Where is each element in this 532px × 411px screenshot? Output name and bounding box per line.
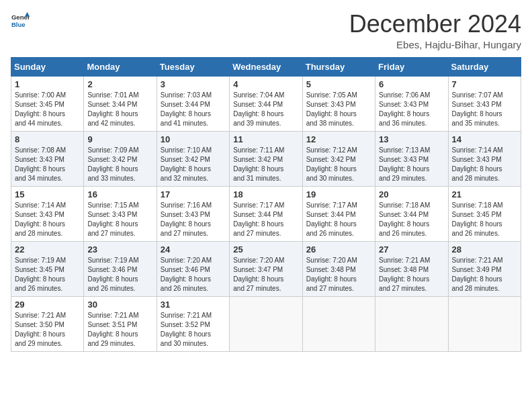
day-number: 17 (161, 189, 226, 199)
calendar-cell: 17Sunrise: 7:16 AM Sunset: 3:43 PM Dayli… (157, 186, 229, 241)
day-header-saturday: Saturday (448, 57, 521, 76)
calendar-header-row: SundayMondayTuesdayWednesdayThursdayFrid… (11, 57, 521, 76)
calendar-cell: 5Sunrise: 7:05 AM Sunset: 3:43 PM Daylig… (302, 76, 375, 131)
cell-sun-info: Sunrise: 7:12 AM Sunset: 3:42 PM Dayligh… (306, 146, 371, 183)
day-number: 12 (306, 134, 371, 144)
calendar-cell: 31Sunrise: 7:21 AM Sunset: 3:52 PM Dayli… (157, 296, 229, 351)
calendar-cell: 7Sunrise: 7:07 AM Sunset: 3:43 PM Daylig… (448, 76, 521, 131)
day-number: 15 (15, 189, 80, 199)
calendar-cell: 25Sunrise: 7:20 AM Sunset: 3:47 PM Dayli… (230, 241, 302, 296)
calendar-week-2: 8Sunrise: 7:08 AM Sunset: 3:43 PM Daylig… (11, 131, 521, 186)
day-header-wednesday: Wednesday (230, 57, 302, 76)
calendar-cell: 18Sunrise: 7:17 AM Sunset: 3:44 PM Dayli… (230, 186, 302, 241)
day-number: 10 (161, 134, 226, 144)
calendar-cell: 27Sunrise: 7:21 AM Sunset: 3:48 PM Dayli… (375, 241, 448, 296)
logo: General Blue (11, 11, 30, 30)
month-year: December 2024 (349, 11, 521, 38)
day-number: 7 (452, 79, 517, 89)
calendar-cell: 20Sunrise: 7:18 AM Sunset: 3:44 PM Dayli… (375, 186, 448, 241)
calendar-cell: 2Sunrise: 7:01 AM Sunset: 3:44 PM Daylig… (84, 76, 157, 131)
day-number: 14 (452, 134, 517, 144)
day-number: 9 (87, 134, 152, 144)
day-number: 30 (87, 300, 152, 310)
cell-sun-info: Sunrise: 7:07 AM Sunset: 3:43 PM Dayligh… (452, 91, 517, 128)
day-number: 24 (161, 244, 226, 255)
cell-sun-info: Sunrise: 7:14 AM Sunset: 3:43 PM Dayligh… (15, 201, 80, 238)
day-number: 3 (161, 79, 226, 89)
calendar-week-3: 15Sunrise: 7:14 AM Sunset: 3:43 PM Dayli… (11, 186, 521, 241)
day-number: 5 (306, 79, 371, 89)
cell-sun-info: Sunrise: 7:21 AM Sunset: 3:49 PM Dayligh… (452, 256, 517, 293)
cell-sun-info: Sunrise: 7:15 AM Sunset: 3:43 PM Dayligh… (87, 201, 152, 238)
calendar-cell: 13Sunrise: 7:13 AM Sunset: 3:43 PM Dayli… (375, 131, 448, 186)
day-number: 23 (87, 244, 152, 255)
calendar-cell: 10Sunrise: 7:10 AM Sunset: 3:42 PM Dayli… (157, 131, 229, 186)
calendar-cell: 4Sunrise: 7:04 AM Sunset: 3:44 PM Daylig… (230, 76, 302, 131)
calendar-cell: 30Sunrise: 7:21 AM Sunset: 3:51 PM Dayli… (84, 296, 157, 351)
cell-sun-info: Sunrise: 7:05 AM Sunset: 3:43 PM Dayligh… (306, 91, 371, 128)
calendar-cell: 12Sunrise: 7:12 AM Sunset: 3:42 PM Dayli… (302, 131, 375, 186)
logo-icon: General Blue (11, 11, 30, 30)
cell-sun-info: Sunrise: 7:21 AM Sunset: 3:48 PM Dayligh… (379, 256, 444, 293)
cell-sun-info: Sunrise: 7:06 AM Sunset: 3:43 PM Dayligh… (379, 91, 444, 128)
day-number: 29 (15, 300, 80, 310)
calendar-cell: 16Sunrise: 7:15 AM Sunset: 3:43 PM Dayli… (84, 186, 157, 241)
calendar-cell (448, 296, 521, 351)
calendar-cell: 19Sunrise: 7:17 AM Sunset: 3:44 PM Dayli… (302, 186, 375, 241)
day-number: 25 (233, 244, 298, 255)
title-block: December 2024 Ebes, Hajdu-Bihar, Hungary (349, 11, 521, 50)
cell-sun-info: Sunrise: 7:09 AM Sunset: 3:42 PM Dayligh… (87, 146, 152, 183)
calendar-cell: 24Sunrise: 7:20 AM Sunset: 3:46 PM Dayli… (157, 241, 229, 296)
cell-sun-info: Sunrise: 7:01 AM Sunset: 3:44 PM Dayligh… (87, 91, 152, 128)
calendar-cell (375, 296, 448, 351)
cell-sun-info: Sunrise: 7:17 AM Sunset: 3:44 PM Dayligh… (233, 201, 298, 238)
day-number: 21 (452, 189, 517, 199)
day-header-thursday: Thursday (302, 57, 375, 76)
location: Ebes, Hajdu-Bihar, Hungary (349, 39, 521, 50)
calendar-cell (302, 296, 375, 351)
day-number: 26 (306, 244, 371, 255)
day-number: 6 (379, 79, 444, 89)
cell-sun-info: Sunrise: 7:00 AM Sunset: 3:45 PM Dayligh… (15, 91, 80, 128)
cell-sun-info: Sunrise: 7:21 AM Sunset: 3:50 PM Dayligh… (15, 311, 80, 349)
calendar-cell: 3Sunrise: 7:03 AM Sunset: 3:44 PM Daylig… (157, 76, 229, 131)
day-number: 20 (379, 189, 444, 199)
day-number: 8 (15, 134, 80, 144)
calendar-cell: 26Sunrise: 7:20 AM Sunset: 3:48 PM Dayli… (302, 241, 375, 296)
calendar-cell: 1Sunrise: 7:00 AM Sunset: 3:45 PM Daylig… (11, 76, 84, 131)
day-number: 1 (15, 79, 80, 89)
cell-sun-info: Sunrise: 7:20 AM Sunset: 3:48 PM Dayligh… (306, 256, 371, 293)
cell-sun-info: Sunrise: 7:03 AM Sunset: 3:44 PM Dayligh… (161, 91, 226, 128)
day-header-tuesday: Tuesday (157, 57, 229, 76)
cell-sun-info: Sunrise: 7:18 AM Sunset: 3:44 PM Dayligh… (379, 201, 444, 238)
svg-text:Blue: Blue (11, 21, 26, 28)
calendar-cell: 22Sunrise: 7:19 AM Sunset: 3:45 PM Dayli… (11, 241, 84, 296)
calendar-cell: 8Sunrise: 7:08 AM Sunset: 3:43 PM Daylig… (11, 131, 84, 186)
day-header-friday: Friday (375, 57, 448, 76)
day-number: 2 (87, 79, 152, 89)
cell-sun-info: Sunrise: 7:14 AM Sunset: 3:43 PM Dayligh… (452, 146, 517, 183)
calendar-week-1: 1Sunrise: 7:00 AM Sunset: 3:45 PM Daylig… (11, 76, 521, 131)
cell-sun-info: Sunrise: 7:21 AM Sunset: 3:52 PM Dayligh… (161, 311, 226, 349)
calendar-cell: 14Sunrise: 7:14 AM Sunset: 3:43 PM Dayli… (448, 131, 521, 186)
cell-sun-info: Sunrise: 7:19 AM Sunset: 3:46 PM Dayligh… (87, 256, 152, 293)
cell-sun-info: Sunrise: 7:20 AM Sunset: 3:47 PM Dayligh… (233, 256, 298, 293)
cell-sun-info: Sunrise: 7:20 AM Sunset: 3:46 PM Dayligh… (161, 256, 226, 293)
day-number: 28 (452, 244, 517, 255)
day-number: 22 (15, 244, 80, 255)
page-header: General Blue December 2024 Ebes, Hajdu-B… (11, 11, 521, 50)
day-number: 13 (379, 134, 444, 144)
cell-sun-info: Sunrise: 7:16 AM Sunset: 3:43 PM Dayligh… (161, 201, 226, 238)
cell-sun-info: Sunrise: 7:08 AM Sunset: 3:43 PM Dayligh… (15, 146, 80, 183)
cell-sun-info: Sunrise: 7:19 AM Sunset: 3:45 PM Dayligh… (15, 256, 80, 293)
cell-sun-info: Sunrise: 7:17 AM Sunset: 3:44 PM Dayligh… (306, 201, 371, 238)
day-header-monday: Monday (84, 57, 157, 76)
day-number: 19 (306, 189, 371, 199)
calendar-cell (230, 296, 302, 351)
cell-sun-info: Sunrise: 7:11 AM Sunset: 3:42 PM Dayligh… (233, 146, 298, 183)
calendar-cell: 15Sunrise: 7:14 AM Sunset: 3:43 PM Dayli… (11, 186, 84, 241)
cell-sun-info: Sunrise: 7:18 AM Sunset: 3:45 PM Dayligh… (452, 201, 517, 238)
calendar-week-5: 29Sunrise: 7:21 AM Sunset: 3:50 PM Dayli… (11, 296, 521, 351)
calendar-cell: 28Sunrise: 7:21 AM Sunset: 3:49 PM Dayli… (448, 241, 521, 296)
calendar-cell: 9Sunrise: 7:09 AM Sunset: 3:42 PM Daylig… (84, 131, 157, 186)
